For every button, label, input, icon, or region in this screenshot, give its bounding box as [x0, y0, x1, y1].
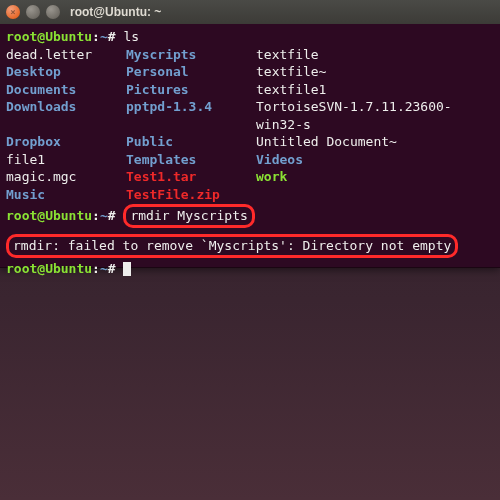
terminal-body[interactable]: root@Ubuntu:~# ls dead.letterMyscriptste… — [0, 24, 500, 281]
ls-cell: textfile1 — [256, 81, 494, 99]
terminal-window: × root@Ubuntu: ~ root@Ubuntu:~# ls dead.… — [0, 0, 500, 268]
ls-cell: magic.mgc — [6, 168, 126, 186]
command-rmdir: rmdir Myscripts — [130, 208, 247, 223]
prompt-colon: : — [92, 29, 100, 44]
prompt-sign: # — [108, 29, 116, 44]
prompt-path: ~ — [100, 29, 108, 44]
ls-cell: Downloads — [6, 98, 126, 133]
ls-cell: TortoiseSVN-1.7.11.23600-win32-s — [256, 98, 494, 133]
ls-cell: Documents — [6, 81, 126, 99]
ls-cell: Dropbox — [6, 133, 126, 151]
ls-cell: Templates — [126, 151, 256, 169]
highlight-error: rmdir: failed to remove `Myscripts': Dir… — [6, 234, 458, 258]
ls-cell: textfile~ — [256, 63, 494, 81]
minimize-icon[interactable] — [26, 5, 40, 19]
cursor-icon — [123, 262, 131, 276]
ls-entry: Desktop — [6, 64, 61, 79]
ls-cell: Personal — [126, 63, 256, 81]
ls-cell: pptpd-1.3.4 — [126, 98, 256, 133]
ls-entry: dead.letter — [6, 47, 92, 62]
ls-cell: Public — [126, 133, 256, 151]
ls-cell: Myscripts — [126, 46, 256, 64]
ls-row: DesktopPersonaltextfile~ — [6, 63, 494, 81]
ls-entry: Personal — [126, 64, 189, 79]
ls-row: MusicTestFile.zip — [6, 186, 494, 204]
ls-entry: Myscripts — [126, 47, 196, 62]
ls-cell: dead.letter — [6, 46, 126, 64]
ls-row: DocumentsPicturestextfile1 — [6, 81, 494, 99]
ls-entry: Templates — [126, 152, 196, 167]
ls-entry: file1 — [6, 152, 45, 167]
close-icon[interactable]: × — [6, 5, 20, 19]
ls-entry: Documents — [6, 82, 76, 97]
ls-entry: Public — [126, 134, 173, 149]
ls-cell: textfile — [256, 46, 494, 64]
window-title: root@Ubuntu: ~ — [70, 5, 161, 19]
ls-entry: Untitled Document~ — [256, 134, 397, 149]
ls-entry: Dropbox — [6, 134, 61, 149]
prompt-user: root@Ubuntu — [6, 29, 92, 44]
ls-entry: Videos — [256, 152, 303, 167]
ls-row: dead.letterMyscriptstextfile — [6, 46, 494, 64]
titlebar[interactable]: × root@Ubuntu: ~ — [0, 0, 500, 24]
ls-output: dead.letterMyscriptstextfileDesktopPerso… — [6, 46, 494, 204]
ls-cell: work — [256, 168, 494, 186]
ls-entry: Pictures — [126, 82, 189, 97]
ls-entry: pptpd-1.3.4 — [126, 99, 212, 114]
ls-cell: Videos — [256, 151, 494, 169]
window-controls: × — [6, 5, 60, 19]
prompt-line: root@Ubuntu:~# ls — [6, 28, 494, 46]
highlight-error-line: rmdir: failed to remove `Myscripts': Dir… — [6, 232, 494, 260]
ls-entry: TortoiseSVN-1.7.11.23600-win32-s — [256, 99, 452, 132]
ls-entry: work — [256, 169, 287, 184]
ls-row: magic.mgcTest1.tarwork — [6, 168, 494, 186]
ls-entry: Downloads — [6, 99, 76, 114]
ls-entry: Music — [6, 187, 45, 202]
command-ls: ls — [123, 29, 139, 44]
prompt-line-empty: root@Ubuntu:~# — [6, 260, 494, 278]
highlight-command: rmdir Myscripts — [123, 204, 254, 228]
ls-cell: file1 — [6, 151, 126, 169]
ls-row: Downloadspptpd-1.3.4TortoiseSVN-1.7.11.2… — [6, 98, 494, 133]
ls-entry: textfile1 — [256, 82, 326, 97]
ls-cell: Untitled Document~ — [256, 133, 494, 151]
ls-cell: Pictures — [126, 81, 256, 99]
ls-entry: textfile — [256, 47, 319, 62]
error-message: rmdir: failed to remove `Myscripts': Dir… — [13, 238, 451, 253]
ls-row: DropboxPublicUntitled Document~ — [6, 133, 494, 151]
ls-entry: Test1.tar — [126, 169, 196, 184]
ls-cell: Music — [6, 186, 126, 204]
maximize-icon[interactable] — [46, 5, 60, 19]
prompt-line-rmdir: root@Ubuntu:~# rmdir Myscripts — [6, 203, 494, 228]
ls-row: file1TemplatesVideos — [6, 151, 494, 169]
ls-entry: textfile~ — [256, 64, 326, 79]
ls-cell: TestFile.zip — [126, 186, 256, 204]
ls-cell: Test1.tar — [126, 168, 256, 186]
ls-entry: TestFile.zip — [126, 187, 220, 202]
ls-entry: magic.mgc — [6, 169, 76, 184]
ls-cell: Desktop — [6, 63, 126, 81]
ls-cell — [256, 186, 494, 204]
